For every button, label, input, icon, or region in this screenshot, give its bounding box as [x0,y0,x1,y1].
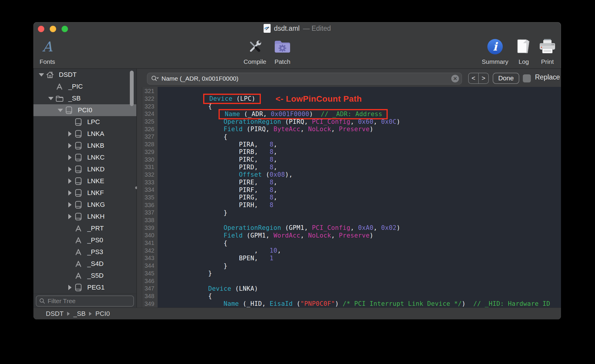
sidebar-item-_pic[interactable]: _PIC [33,81,136,92]
tree-item-label: LNKG [87,201,105,209]
sidebar-item-dsdt[interactable]: DSDT [33,69,136,81]
sidebar-item-lnkg[interactable]: LNKG [33,199,136,211]
find-next-button[interactable]: > [479,73,488,83]
breadcrumb-item-pci0[interactable]: PCI0 [95,310,110,318]
disclosure-triangle-icon[interactable] [56,109,65,112]
code-line-321[interactable]: 321 [137,87,561,95]
code-line-347[interactable]: 347 Device (LNKA) [137,285,561,292]
disclosure-triangle-icon[interactable] [65,143,74,148]
code-line-330[interactable]: 330 PIRC, 8, [137,156,561,163]
find-input[interactable]: Name (_ADR, 0x001F0000) ✕ [147,73,462,84]
line-number: 322 [137,95,157,102]
breadcrumb-item-dsdt[interactable]: DSDT [46,310,64,318]
clear-search-icon[interactable]: ✕ [451,75,459,82]
disclosure-triangle-icon[interactable] [65,155,74,160]
sidebar-item-lnke[interactable]: LNKE [33,175,136,187]
title-bar: dsdt.aml — Edited [33,22,561,35]
disclosure-triangle-icon[interactable] [65,131,74,136]
disclosure-triangle-icon[interactable] [65,285,74,290]
code-line-340[interactable]: 340 Field (GPM1, WordAcc, NoLock, Preser… [137,232,561,239]
disclosure-triangle-icon[interactable] [65,167,74,172]
sidebar-item-_s4d[interactable]: _S4D [33,258,136,270]
code-line-328[interactable]: 328 PIRA, 8, [137,141,561,148]
sidebar-item-lpc[interactable]: LPC [33,116,136,128]
sidebar-item-_sb[interactable]: _SB [33,92,136,104]
code-line-346[interactable]: 346 [137,277,561,285]
disclosure-triangle-icon[interactable] [65,178,74,184]
line-number: 349 [137,300,157,307]
line-content: } [157,209,227,216]
log-button[interactable]: Log [515,36,532,65]
code-line-337[interactable]: 337 } [137,209,561,217]
sidebar-item-lnka[interactable]: LNKA [33,128,136,140]
code-line-348[interactable]: 348 { [137,292,561,300]
tree-item-label: LNKE [87,177,104,185]
patch-label: Patch [274,58,291,65]
code-line-334[interactable]: 334 PIRF, 8, [137,186,561,194]
zoom-button[interactable] [62,26,68,32]
filter-tree-input[interactable]: Filter Tree [36,295,134,307]
sidebar-item-lnkh[interactable]: LNKH [33,211,136,222]
code-line-339[interactable]: 339 OperationRegion (GPM1, PCI_Config, 0… [137,224,561,232]
sidebar-item-_ps3[interactable]: _PS3 [33,246,136,258]
line-number: 328 [137,141,157,148]
close-button[interactable] [38,26,44,32]
code-line-338[interactable]: 338 [137,217,561,224]
done-button[interactable]: Done [493,73,519,84]
sidebar-item-lnkf[interactable]: LNKF [33,187,136,199]
breadcrumb-item-_sb[interactable]: _SB [73,310,86,318]
tree-item-label: _SB [68,95,81,102]
code-line-322[interactable]: 322 Device (LPC)<- LowPinCount Path [137,95,561,103]
line-content: } [157,262,227,269]
replace-checkbox[interactable] [523,74,531,82]
sidebar-item-lnkd[interactable]: LNKD [33,163,136,175]
disclosure-triangle-icon[interactable] [65,190,74,196]
sidebar-item-lnkc[interactable]: LNKC [33,152,136,163]
sidebar-scrollbar[interactable] [130,71,134,106]
code-line-344[interactable]: 344 } [137,262,561,270]
code-line-335[interactable]: 335 PIRG, 8, [137,194,561,202]
line-content: BPEN, 1 [157,255,274,262]
code-line-342[interactable]: 342 , 10, [137,247,561,254]
disclosure-triangle-icon[interactable] [37,73,46,77]
code-line-325[interactable]: 325 OperationRegion (PIRQ, PCI_Config, 0… [137,118,561,126]
print-button[interactable]: Print [539,36,556,65]
sidebar-item-pci0[interactable]: PCI0 [33,104,136,116]
disclosure-triangle-icon[interactable] [46,97,55,100]
find-previous-button[interactable]: < [469,73,479,83]
code-line-324[interactable]: 324 Name (_ADR, 0x001F0000) // _ADR: Add… [137,110,561,118]
sidebar-item-_prt[interactable]: _PRT [33,222,136,234]
code-line-336[interactable]: 336 PIRH, 8 [137,201,561,209]
disclosure-triangle-icon[interactable] [65,214,74,219]
sidebar-item-_ps0[interactable]: _PS0 [33,234,136,246]
sidebar-item-lnkb[interactable]: LNKB [33,140,136,152]
code-line-333[interactable]: 333 PIRE, 8, [137,178,561,186]
patch-button[interactable]: Patch [274,36,291,65]
line-number: 339 [137,225,157,231]
code-line-327[interactable]: 327 { [137,133,561,141]
code-line-329[interactable]: 329 PIRB, 8, [137,148,561,156]
code-line-331[interactable]: 331 PIRD, 8, [137,163,561,171]
code-line-332[interactable]: 332 Offset (0x08), [137,171,561,179]
minimize-button[interactable] [50,26,56,32]
disclosure-triangle-icon[interactable] [65,202,74,207]
line-content: PIRE, 8, [157,179,277,186]
device-icon [65,106,73,114]
fonts-button[interactable]: A Fonts [40,36,55,65]
code-line-341[interactable]: 341 { [137,239,561,247]
code-line-345[interactable]: 345 } [137,270,561,277]
summary-button[interactable]: i Summary [482,36,508,65]
device-icon [74,177,83,185]
code-line-343[interactable]: 343 BPEN, 1 [137,254,561,262]
tree-item-label: LNKF [87,189,104,197]
line-number: 343 [137,255,157,261]
sidebar-item-peg1[interactable]: PEG1 [33,282,136,293]
line-number: 325 [137,118,157,125]
folder-icon [55,95,64,102]
code-editor[interactable]: 321322 Device (LPC)<- LowPinCount Path32… [137,87,561,308]
code-line-349[interactable]: 349 Name (_HID, EisaId ("PNP0C0F") /* PC… [137,300,561,308]
sidebar-item-_s5d[interactable]: _S5D [33,270,136,282]
search-menu-icon[interactable] [151,75,159,82]
compile-button[interactable]: Compile [243,36,266,65]
code-line-326[interactable]: 326 Field (PIRQ, ByteAcc, NoLock, Preser… [137,125,561,133]
